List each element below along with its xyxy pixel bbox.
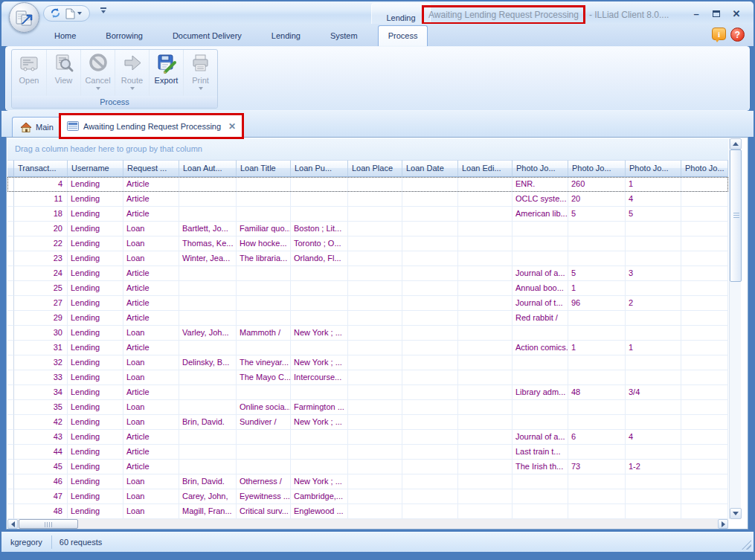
row-indicator xyxy=(7,504,14,519)
table-row[interactable]: 29LendingArticleRed rabbit / xyxy=(7,311,728,326)
grid-cell: Annual boo... xyxy=(513,281,568,296)
resize-grip[interactable] xyxy=(742,540,751,550)
table-row[interactable]: 4LendingArticleENR.2601 xyxy=(7,177,728,192)
new-request-button[interactable] xyxy=(65,8,82,19)
grid-cell: Lending xyxy=(68,370,123,385)
column-header[interactable]: Loan Aut... xyxy=(179,160,237,177)
table-row[interactable]: 33LendingLoanThe Mayo C...Intercourse... xyxy=(7,370,728,385)
grid-cell xyxy=(458,370,513,385)
table-row[interactable]: 11LendingArticleOCLC syste...204 xyxy=(7,192,728,207)
scroll-left-button[interactable] xyxy=(7,519,18,529)
table-row[interactable]: 35LendingLoanOnline socia...Farmington .… xyxy=(7,400,728,415)
scroll-right-button[interactable] xyxy=(718,519,728,529)
column-header[interactable]: Username xyxy=(68,160,123,177)
customize-caret-icon xyxy=(101,10,106,13)
refresh-button[interactable] xyxy=(50,7,61,20)
export-button[interactable]: Export xyxy=(149,50,183,96)
cancel-dropdown-icon[interactable] xyxy=(96,87,100,90)
print-button[interactable]: Print xyxy=(183,50,217,96)
table-row[interactable]: 46LendingLoanBrin, David.Otherness /New … xyxy=(7,474,728,489)
table-row[interactable]: 48LendingLoanMagill, Fran...Critical sur… xyxy=(7,504,728,519)
table-row[interactable]: 24LendingArticleJournal of a...53 xyxy=(7,266,728,281)
application-menu-button[interactable] xyxy=(9,2,39,33)
scroll-up-button[interactable] xyxy=(730,138,742,149)
horizontal-scroll-thumb[interactable] xyxy=(19,519,78,529)
table-row[interactable]: 34LendingArticleLibrary adm...483/4 xyxy=(7,385,728,400)
grid-cell: 23 xyxy=(14,251,68,266)
column-header[interactable]: Photo Jo... xyxy=(626,160,681,177)
minimize-button[interactable]: – xyxy=(691,8,701,19)
table-row[interactable]: 32LendingLoanDelinsky, B...The vineyar..… xyxy=(7,355,728,370)
ribbon-tab-borrowing[interactable]: Borrowing xyxy=(96,25,152,46)
view-button[interactable]: View xyxy=(46,50,80,96)
ribbon-tab-document-delivery[interactable]: Document Delivery xyxy=(163,25,251,46)
grid-cell: 32 xyxy=(14,355,68,370)
tab-main[interactable]: Main xyxy=(12,117,62,137)
column-header[interactable]: Loan Pu... xyxy=(291,160,348,177)
table-row[interactable]: 47LendingLoanCarey, John,Eyewitness ...C… xyxy=(7,489,728,504)
grid-cell xyxy=(291,192,348,207)
column-header[interactable]: Loan Date xyxy=(402,160,458,177)
table-row[interactable]: 18LendingArticleAmerican lib...55 xyxy=(7,207,728,222)
column-header[interactable]: Request ... xyxy=(123,160,179,177)
column-header[interactable]: Loan Title xyxy=(237,160,291,177)
tab-awaiting-lending-request-processing[interactable]: Awaiting Lending Request Processing ✕ xyxy=(61,115,242,137)
maximize-button[interactable] xyxy=(711,8,722,19)
info-icon[interactable]: i xyxy=(712,28,726,40)
table-row[interactable]: 27LendingArticleJournal of t...962 xyxy=(7,296,728,311)
scroll-down-icon xyxy=(733,512,739,515)
grid-cell: New York ; ... xyxy=(291,415,348,430)
table-row[interactable]: 22LendingLoanThomas, Ke...How hocke...To… xyxy=(7,236,728,251)
column-header[interactable]: Photo Jo... xyxy=(513,160,568,177)
vertical-scrollbar[interactable] xyxy=(729,138,741,519)
grid-cell: Lending xyxy=(68,445,123,460)
table-row[interactable]: 23LendingLoanWinter, Jea...The libraria.… xyxy=(7,251,728,266)
grid-cell: Article xyxy=(123,341,179,355)
route-icon xyxy=(121,52,144,74)
window-controls: – ✕ xyxy=(691,8,742,19)
grid-cell: 3/4 xyxy=(626,385,681,400)
grid-cell: 5 xyxy=(568,207,626,222)
new-request-dropdown-icon[interactable] xyxy=(77,12,82,15)
close-button[interactable]: ✕ xyxy=(731,8,742,19)
grid-cell: The libraria... xyxy=(237,251,291,266)
cancel-button[interactable]: Cancel xyxy=(80,50,115,96)
open-button[interactable]: Open xyxy=(12,50,46,96)
table-row[interactable]: 20LendingLoanBartlett, Jo...Familiar quo… xyxy=(7,222,728,236)
column-header[interactable]: Transact... xyxy=(14,160,68,177)
table-row[interactable]: 45LendingArticleThe Irish th...731-2 xyxy=(7,460,728,474)
scroll-down-button[interactable] xyxy=(730,508,742,519)
table-row[interactable]: 25LendingArticleAnnual boo...1 xyxy=(7,281,728,296)
grid-cell xyxy=(568,474,626,489)
vertical-scroll-thumb[interactable] xyxy=(730,149,742,282)
grid-cell xyxy=(681,400,728,415)
table-row[interactable]: 31LendingArticleAction comics.11 xyxy=(7,341,728,355)
grid-cell xyxy=(681,504,728,519)
column-header[interactable]: Photo Jo... xyxy=(681,160,728,177)
grid-cell xyxy=(458,192,513,207)
group-by-box[interactable]: Drag a column header here to group by th… xyxy=(7,138,728,160)
ribbon-tab-home[interactable]: Home xyxy=(45,25,86,46)
print-dropdown-icon[interactable] xyxy=(199,87,203,90)
column-header[interactable]: Photo Jo... xyxy=(568,160,626,177)
grid-cell: 48 xyxy=(14,504,68,519)
column-header[interactable]: Loan Edi... xyxy=(458,160,513,177)
route-button[interactable]: Route xyxy=(115,50,149,96)
route-dropdown-icon[interactable] xyxy=(130,87,135,90)
ribbon-tab-process[interactable]: Process xyxy=(378,25,428,46)
grid-cell xyxy=(458,326,513,341)
ribbon-tab-lending[interactable]: Lending xyxy=(262,25,310,46)
customize-quick-access-button[interactable] xyxy=(99,7,108,18)
table-row[interactable]: 42LendingLoanBrin, David.Sundiver /New Y… xyxy=(7,415,728,430)
grid-cell: 43 xyxy=(14,430,68,445)
table-row[interactable]: 43LendingArticleJournal of a...64 xyxy=(7,430,728,445)
column-header[interactable]: Loan Place xyxy=(348,160,402,177)
tab-close-icon[interactable]: ✕ xyxy=(228,121,236,132)
ribbon-tab-system[interactable]: System xyxy=(321,25,367,46)
grid-cell xyxy=(681,207,728,222)
table-row[interactable]: 30LendingLoanVarley, Joh...Mammoth /New … xyxy=(7,326,728,341)
grid-cell xyxy=(348,326,402,341)
horizontal-scrollbar[interactable] xyxy=(7,519,728,529)
table-row[interactable]: 44LendingArticleLast train t... xyxy=(7,445,728,460)
help-icon[interactable]: ? xyxy=(730,28,745,42)
